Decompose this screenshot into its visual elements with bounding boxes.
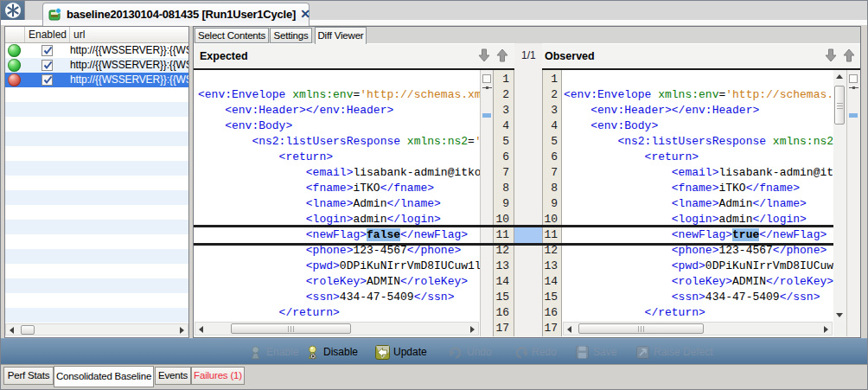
line-number: 16: [543, 305, 558, 321]
expected-prev-diff-icon[interactable]: [496, 48, 508, 62]
table-empty-row: [5, 249, 188, 264]
table-row[interactable]: http://{{WSSERVER}}:{{WSP: [5, 73, 188, 87]
enabled-checkbox[interactable]: [41, 74, 53, 86]
scrollbar-thumb[interactable]: [834, 86, 845, 125]
toolbar-button-label: Enable: [266, 346, 298, 358]
disable-button[interactable]: Disable: [305, 344, 358, 360]
code-token: xmlns:env: [658, 88, 718, 101]
code-token: 123-4567: [718, 244, 772, 257]
code-token: <return>: [564, 150, 699, 163]
code-token: 0DPiKuNIrrVmD8IUCuw1l: [340, 259, 480, 272]
table-empty-row: [5, 146, 188, 161]
code-token: admin: [718, 213, 752, 226]
scrollbar-thumb[interactable]: [21, 325, 35, 335]
expected-next-diff-icon[interactable]: [478, 48, 490, 62]
code-line: <phone>123-4567</phone>: [564, 243, 833, 259]
table-body: http://{{WSSERVER}}:{{WSPhttp://{{WSSERV…: [5, 43, 188, 323]
code-token: <pwd>: [564, 259, 705, 272]
expected-horizontal-scrollbar[interactable]: [195, 322, 479, 336]
table-horizontal-scrollbar[interactable]: [5, 323, 188, 336]
code-line: [564, 72, 833, 87]
code-line: <env:Body>: [564, 118, 833, 134]
enabled-checkbox[interactable]: [41, 60, 53, 71]
observed-code-pane[interactable]: <env:Envelope xmlns:env='http://schemas.…: [562, 70, 833, 336]
observed-next-diff-icon[interactable]: [825, 48, 837, 62]
marker-handle-icon[interactable]: [849, 87, 858, 88]
code-token: <env:Header></env:Header>: [564, 104, 759, 117]
diff-boundary-line: [194, 225, 833, 227]
url-cell: http://{{WSSERVER}}:{{WSP: [70, 73, 188, 87]
code-token: </roleKey>: [400, 275, 468, 288]
column-header-status[interactable]: [5, 27, 25, 42]
update-icon: [375, 345, 390, 360]
table-row[interactable]: http://{{WSSERVER}}:{{WSP: [5, 58, 188, 73]
scrollbar-corner: [833, 322, 846, 336]
code-line: <newFlag>true</newFlag>: [564, 227, 833, 243]
application-window: baseline20130104-081435 [Run1User1Cycle]…: [0, 0, 868, 390]
table-empty-row: [5, 102, 188, 117]
observed-horizontal-scrollbar[interactable]: [563, 322, 833, 336]
column-header-url[interactable]: url: [70, 27, 188, 42]
diff-position-marker[interactable]: [849, 113, 858, 118]
scroll-down-icon[interactable]: [836, 313, 843, 317]
observed-marker-bar[interactable]: [846, 70, 860, 336]
line-number: 9: [494, 196, 509, 212]
table-row[interactable]: http://{{WSSERVER}}:{{WSP: [5, 43, 188, 58]
scroll-right-icon[interactable]: [824, 326, 828, 333]
scroll-left-icon[interactable]: [199, 326, 203, 333]
code-token: <phone>: [564, 244, 718, 257]
observed-vertical-scrollbar[interactable]: [833, 70, 846, 322]
scroll-up-icon[interactable]: [836, 74, 843, 79]
tab-diff-viewer[interactable]: Diff Viewer: [315, 27, 367, 44]
baseline-document-icon: [48, 8, 61, 21]
tab-consolidated-baseline[interactable]: Consolidated Baseline: [54, 366, 154, 387]
app-menu-button[interactable]: [1, 1, 25, 20]
close-tab-icon[interactable]: ✕: [296, 8, 310, 20]
code-line: <ns2:listUsersResponse xmlns:ns2=': [198, 134, 480, 150]
marker-settings-icon[interactable]: [482, 74, 491, 83]
marker-handle-icon[interactable]: [482, 87, 492, 88]
expected-pane-title: Expected: [200, 50, 248, 62]
column-header-enabled[interactable]: Enabled: [25, 27, 70, 42]
table-empty-row: [5, 308, 188, 323]
toolbar-button-label: Undo: [467, 346, 492, 358]
code-token: <ns2:listUsersResponse: [564, 135, 773, 148]
observed-line-numbers: 1234567891011121314151617: [542, 70, 562, 336]
code-token: 434-47-5409: [705, 291, 780, 304]
scrollbar-thumb[interactable]: [231, 323, 351, 334]
enabled-checkbox[interactable]: [41, 45, 53, 56]
expected-marker-bar[interactable]: [480, 70, 493, 336]
code-token: iTKO: [353, 182, 380, 195]
code-token: </return>: [198, 306, 340, 319]
scroll-right-icon[interactable]: [470, 326, 475, 333]
tab-events[interactable]: Events: [155, 367, 191, 385]
code-token: </ssn>: [414, 291, 455, 304]
code-token: <lname>: [564, 197, 718, 210]
scroll-right-icon[interactable]: [180, 327, 184, 334]
code-token: <email>: [198, 166, 353, 179]
diff-position-marker[interactable]: [482, 113, 491, 118]
marker-settings-icon[interactable]: [849, 74, 858, 83]
tab-select-contents[interactable]: Select Contents: [195, 28, 269, 43]
document-tab[interactable]: baseline20130104-081435 [Run1User1Cycle]…: [42, 3, 310, 26]
scroll-left-icon[interactable]: [567, 326, 571, 333]
tab-perf-stats[interactable]: Perf Stats: [3, 367, 54, 385]
document-tab-title: baseline20130104-081435 [Run1User1Cycle]: [67, 8, 296, 21]
table-empty-row: [5, 278, 188, 293]
code-token: <login>: [564, 213, 718, 226]
code-token: lisabank-admin@itko: [718, 166, 833, 179]
expected-code-pane[interactable]: <env:Envelope xmlns:env='http://schemas.…: [194, 70, 480, 336]
observed-prev-diff-icon[interactable]: [843, 48, 855, 62]
toolbar-button-label: Save: [593, 346, 616, 358]
line-number: 14: [494, 274, 509, 290]
tab-failures[interactable]: Failures (1): [191, 367, 245, 385]
update-button[interactable]: Update: [375, 344, 427, 360]
tab-settings[interactable]: Settings: [270, 28, 312, 43]
scrollbar-thumb[interactable]: [578, 323, 704, 334]
code-line: <pwd>0DPiKuNIrrVmD8IUCuw1l: [564, 259, 833, 274]
code-line: <email>lisabank-admin@itko: [198, 165, 480, 181]
scroll-left-icon[interactable]: [10, 327, 14, 334]
diff-counter: 1/1: [521, 49, 536, 61]
code-line: <return>: [198, 150, 480, 165]
table-empty-row: [5, 87, 188, 102]
